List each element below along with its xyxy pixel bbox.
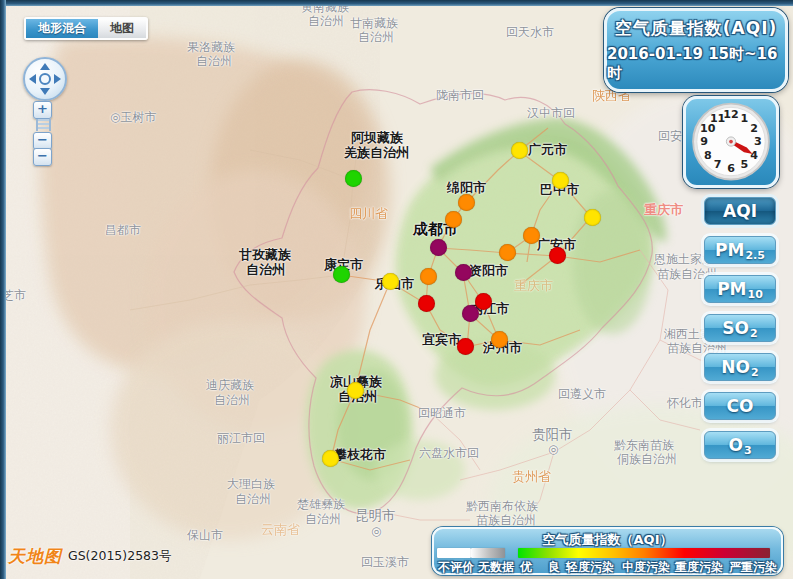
pan-right-arrow-icon[interactable] (54, 74, 61, 84)
legend-item: 无数据 (478, 559, 514, 576)
pollutant-button-no2[interactable]: NO2 (704, 353, 776, 381)
tianditu-logo[interactable]: 天地图 (8, 545, 62, 568)
legend-item: 轻度污染 (566, 559, 614, 576)
svg-text:6: 6 (727, 162, 735, 175)
legend-item: 严重污染 (729, 559, 777, 576)
aqi-station-dot-yellow[interactable] (382, 273, 399, 290)
svg-text:5: 5 (741, 158, 749, 171)
zoom-slider-track[interactable] (36, 119, 51, 131)
pollutant-button-aqi[interactable]: AQI (704, 197, 776, 225)
aqi-station-dot-yellow[interactable] (552, 172, 569, 189)
aqi-station-dot-orange[interactable] (491, 331, 508, 348)
pan-left-arrow-icon[interactable] (29, 74, 36, 84)
svg-text:3: 3 (754, 135, 762, 148)
pollutant-button-o3[interactable]: O3 (704, 431, 776, 459)
zoom-in-button[interactable]: + (33, 101, 52, 119)
map-pan-control (23, 57, 67, 101)
legend-bar-aqi-gradient (518, 548, 770, 558)
legend-item: 不评价 (438, 559, 474, 576)
pan-center-icon[interactable] (39, 73, 51, 85)
aqi-station-dot-yellow[interactable] (322, 450, 339, 467)
aqi-station-dot-purple[interactable] (462, 305, 479, 322)
pollutant-button-co[interactable]: CO (704, 392, 776, 420)
aqi-station-dot-yellow[interactable] (347, 382, 364, 399)
svg-text:8: 8 (704, 149, 712, 162)
clock-panel: 123456789101112 (683, 96, 779, 188)
aqi-station-dot-red[interactable] (457, 338, 474, 355)
svg-text:12: 12 (723, 108, 738, 121)
pan-down-arrow-icon[interactable] (40, 88, 50, 95)
legend-bar-no-data (471, 548, 505, 558)
license-number: GS(2015)2583号 (68, 548, 172, 565)
aqi-map-application: 黄南藏族自治州甘南藏族自治州果洛藏族自治州◎玉树市回天水市陇南市回汉中市回回安康… (0, 0, 793, 579)
pollutant-button-column: AQIPM2.5PM10SO2NO2COO3 (701, 197, 779, 470)
pollutant-button-pm10[interactable]: PM10 (704, 275, 776, 303)
aqi-station-dot-red[interactable] (549, 247, 566, 264)
legend-bar-no-eval (437, 548, 471, 558)
legend-item: 良 (548, 559, 560, 576)
clock-face: 123456789101112 (686, 99, 776, 185)
aqi-station-dot-red[interactable] (475, 293, 492, 310)
basemap-tabbar: 地形混合 地图 (24, 17, 148, 40)
frame-top-edge (0, 0, 793, 6)
legend-item: 优 (520, 559, 532, 576)
aqi-station-dot-green[interactable] (345, 170, 362, 187)
pollutant-button-so2[interactable]: SO2 (704, 314, 776, 342)
aqi-station-dot-orange[interactable] (420, 268, 437, 285)
aqi-station-dot-red[interactable] (418, 295, 435, 312)
tab-plain-map[interactable]: 地图 (98, 19, 146, 38)
map-attribution: 天地图 GS(2015)2583号 (8, 545, 172, 568)
aqi-station-dot-yellow[interactable] (584, 209, 601, 226)
svg-text:4: 4 (750, 149, 758, 162)
legend-title: 空气质量指数（AQI） (434, 531, 781, 549)
svg-text:2: 2 (750, 122, 758, 135)
frame-left-edge (0, 0, 6, 579)
aqi-date-range: 2016-01-19 15时~16时 (607, 45, 785, 83)
pan-up-arrow-icon[interactable] (40, 63, 50, 70)
aqi-legend: 空气质量指数（AQI） 不评价无数据优良轻度污染中度污染重度污染严重污染 (432, 527, 783, 575)
aqi-station-dot-orange[interactable] (499, 244, 516, 261)
aqi-station-dot-green[interactable] (333, 266, 350, 283)
aqi-station-dot-orange[interactable] (523, 227, 540, 244)
svg-text:9: 9 (700, 135, 708, 148)
aqi-title-panel: 空气质量指数(AQI) 2016-01-19 15时~16时 (604, 8, 788, 92)
svg-text:1: 1 (741, 112, 749, 125)
tab-terrain-mix[interactable]: 地形混合 (26, 19, 98, 38)
aqi-station-dot-purple[interactable] (430, 239, 447, 256)
legend-item: 重度污染 (675, 559, 723, 576)
zoom-out-button[interactable]: − (33, 148, 52, 166)
aqi-station-dot-purple[interactable] (455, 264, 472, 281)
aqi-station-dot-orange[interactable] (458, 194, 475, 211)
aqi-title: 空气质量指数(AQI) (615, 17, 777, 40)
aqi-station-dot-yellow[interactable] (511, 142, 528, 159)
pollutant-button-pm25[interactable]: PM2.5 (704, 236, 776, 264)
legend-item: 中度污染 (622, 559, 670, 576)
svg-text:7: 7 (714, 158, 722, 171)
aqi-station-dot-orange[interactable] (445, 211, 462, 228)
